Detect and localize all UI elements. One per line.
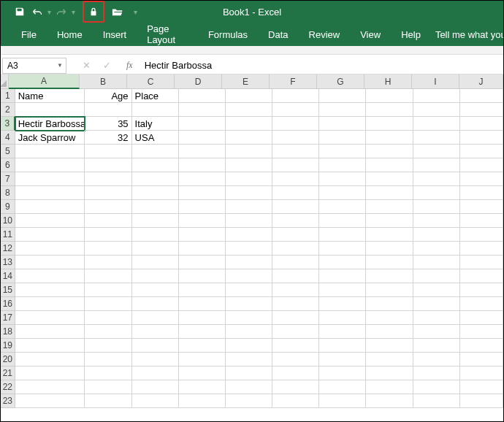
column-header-D[interactable]: D	[175, 74, 222, 89]
name-box[interactable]: A3 ▼	[2, 58, 66, 74]
cell-J19[interactable]	[460, 339, 503, 353]
cell-F20[interactable]	[272, 353, 319, 367]
row-header-9[interactable]: 9	[1, 200, 15, 214]
cell-D7[interactable]	[179, 172, 226, 186]
cell-F12[interactable]	[272, 242, 319, 256]
cell-B21[interactable]	[85, 367, 131, 380]
cell-D14[interactable]	[179, 269, 226, 283]
cell-H8[interactable]	[366, 186, 413, 200]
cell-A1[interactable]: Name	[15, 89, 85, 103]
cell-A12[interactable]	[15, 242, 85, 256]
cell-I11[interactable]	[413, 228, 460, 242]
cell-D22[interactable]	[179, 380, 226, 394]
cell-D12[interactable]	[179, 242, 226, 256]
cell-B5[interactable]	[85, 145, 131, 158]
cell-C21[interactable]	[132, 367, 179, 380]
cell-A5[interactable]	[15, 145, 85, 158]
cell-I19[interactable]	[413, 339, 460, 353]
row-header-22[interactable]: 22	[1, 380, 15, 394]
cell-B2[interactable]	[85, 103, 131, 117]
cell-C17[interactable]	[132, 311, 179, 325]
row-header-5[interactable]: 5	[1, 145, 15, 158]
cell-F2[interactable]	[272, 103, 319, 117]
cell-I4[interactable]	[413, 131, 460, 145]
cell-H12[interactable]	[366, 242, 413, 256]
cell-E11[interactable]	[226, 228, 272, 242]
cell-A20[interactable]	[15, 353, 85, 367]
cell-H15[interactable]	[366, 283, 413, 297]
cell-J9[interactable]	[460, 200, 503, 214]
cell-C4[interactable]: USA	[132, 131, 179, 145]
cell-C7[interactable]	[132, 172, 179, 186]
cell-F3[interactable]	[272, 117, 319, 131]
cell-D11[interactable]	[179, 228, 226, 242]
cell-A19[interactable]	[15, 339, 85, 353]
cell-I3[interactable]	[413, 117, 460, 131]
cell-G6[interactable]	[319, 158, 366, 172]
cell-F11[interactable]	[272, 228, 319, 242]
cell-A22[interactable]	[15, 380, 85, 394]
tab-review[interactable]: Review	[299, 23, 351, 46]
cell-B16[interactable]	[85, 297, 131, 311]
cell-C2[interactable]	[132, 103, 179, 117]
cell-H6[interactable]	[366, 158, 413, 172]
cell-E8[interactable]	[226, 186, 272, 200]
cell-F21[interactable]	[272, 367, 319, 380]
column-header-F[interactable]: F	[270, 74, 317, 89]
cell-C8[interactable]	[132, 186, 179, 200]
cell-F9[interactable]	[272, 200, 319, 214]
cell-D13[interactable]	[179, 256, 226, 269]
cell-A9[interactable]	[15, 200, 85, 214]
cell-F15[interactable]	[272, 283, 319, 297]
cell-E5[interactable]	[226, 145, 272, 158]
row-header-1[interactable]: 1	[1, 89, 15, 103]
cell-G16[interactable]	[319, 297, 366, 311]
cell-C5[interactable]	[132, 145, 179, 158]
cell-F8[interactable]	[272, 186, 319, 200]
cell-G1[interactable]	[319, 89, 366, 103]
cell-E23[interactable]	[226, 394, 272, 408]
cell-E9[interactable]	[226, 200, 272, 214]
row-header-21[interactable]: 21	[1, 367, 15, 380]
cell-B1[interactable]: Age	[85, 89, 131, 103]
cell-B10[interactable]	[85, 214, 131, 228]
undo-icon[interactable]	[28, 3, 46, 20]
cell-B15[interactable]	[85, 283, 131, 297]
cell-D5[interactable]	[179, 145, 226, 158]
cell-F13[interactable]	[272, 256, 319, 269]
cell-B11[interactable]	[85, 228, 131, 242]
cell-E15[interactable]	[226, 283, 272, 297]
cell-I8[interactable]	[413, 186, 460, 200]
cell-D4[interactable]	[179, 131, 226, 145]
enter-icon[interactable]: ✓	[100, 60, 113, 71]
cell-E3[interactable]	[226, 117, 272, 131]
cell-B23[interactable]	[85, 394, 131, 408]
cell-G14[interactable]	[319, 269, 366, 283]
row-header-6[interactable]: 6	[1, 158, 15, 172]
cell-H21[interactable]	[366, 367, 413, 380]
cell-J21[interactable]	[460, 367, 503, 380]
cell-B14[interactable]	[85, 269, 131, 283]
tell-me-search[interactable]: Tell me what you w	[431, 29, 503, 40]
cell-E6[interactable]	[226, 158, 272, 172]
cell-H16[interactable]	[366, 297, 413, 311]
cell-C16[interactable]	[132, 297, 179, 311]
row-header-20[interactable]: 20	[1, 353, 15, 367]
tab-insert[interactable]: Insert	[93, 23, 137, 46]
cell-I10[interactable]	[413, 214, 460, 228]
cell-C6[interactable]	[132, 158, 179, 172]
row-header-2[interactable]: 2	[1, 103, 15, 117]
cancel-icon[interactable]: ✕	[80, 60, 93, 71]
tab-help[interactable]: Help	[391, 23, 431, 46]
cell-D17[interactable]	[179, 311, 226, 325]
row-header-3[interactable]: 3	[1, 117, 15, 131]
cell-B7[interactable]	[85, 172, 131, 186]
cell-G23[interactable]	[319, 394, 366, 408]
cell-F22[interactable]	[272, 380, 319, 394]
cell-F16[interactable]	[272, 297, 319, 311]
cell-J2[interactable]	[460, 103, 503, 117]
cell-B4[interactable]: 32	[85, 131, 131, 145]
cell-A17[interactable]	[15, 311, 85, 325]
cell-A2[interactable]	[15, 103, 85, 117]
tab-home[interactable]: Home	[47, 23, 93, 46]
